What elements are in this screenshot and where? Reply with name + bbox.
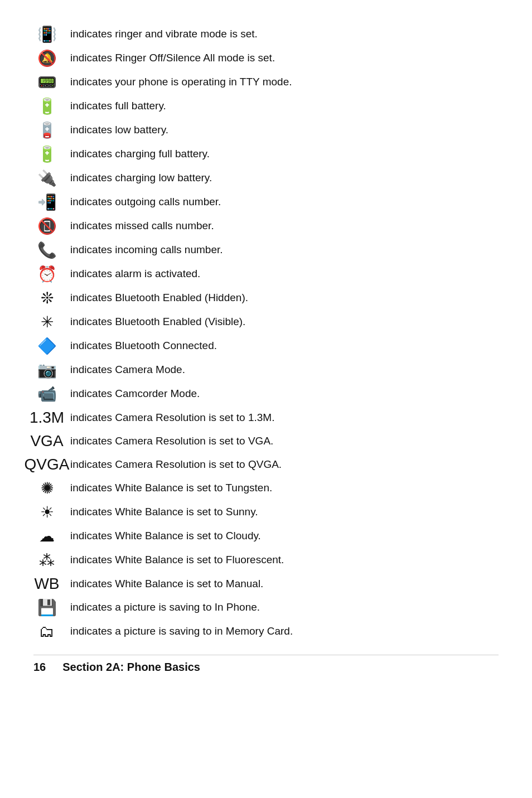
icon-full-battery: 🔋 [33,97,60,115]
icon-bt-connected: 🔷 [33,337,60,355]
list-item: ✳indicates Bluetooth Enabled (Visible). [33,310,499,334]
icon-wb-manual: WB [33,575,60,593]
text-charging-low: indicates charging low battery. [70,171,212,186]
list-item: VGAindicates Camera Resolution is set to… [33,429,499,453]
text-cam-13m: indicates Camera Resolution is set to 1.… [70,410,274,425]
text-camcorder: indicates Camcorder Mode. [70,386,200,402]
page-number: 16 [33,661,46,674]
icon-outgoing-calls: 📲 [33,193,60,211]
list-item: ⁂indicates White Balance is set to Fluor… [33,548,499,572]
text-full-battery: indicates full battery. [70,99,166,114]
list-item: ⏰indicates alarm is activated. [33,262,499,286]
list-item: 🗂indicates a picture is saving to in Mem… [33,620,499,644]
list-item: ☀indicates White Balance is set to Sunny… [33,500,499,524]
list-item: 🔌indicates charging low battery. [33,166,499,190]
text-wb-tungsten: indicates White Balance is set to Tungst… [70,481,272,496]
list-item: ☁indicates White Balance is set to Cloud… [33,524,499,548]
text-cam-vga: indicates Camera Resolution is set to VG… [70,434,273,449]
icon-save-card: 🗂 [33,622,60,641]
list-item: 📷indicates Camera Mode. [33,358,499,382]
icon-tty: 📟 [33,73,60,91]
icon-alarm: ⏰ [33,265,60,283]
list-item: WBindicates White Balance is set to Manu… [33,572,499,596]
icon-bt-visible: ✳ [33,313,60,331]
list-item: 1.3Mindicates Camera Resolution is set t… [33,406,499,429]
icon-wb-fluorescent: ⁂ [33,551,60,569]
text-wb-manual: indicates White Balance is set to Manual… [70,577,263,592]
list-item: 🔋indicates charging full battery. [33,142,499,166]
section-label: Section 2A: Phone Basics [62,661,200,674]
icon-incoming-calls: 📞 [33,241,60,259]
icon-low-battery: 🪫 [33,121,60,139]
text-camera: indicates Camera Mode. [70,362,185,378]
list-item: ✺indicates White Balance is set to Tungs… [33,476,499,500]
icon-camera: 📷 [33,361,60,379]
icon-charging-full: 🔋 [33,145,60,163]
icon-wb-sunny: ☀ [33,503,60,521]
list-item: 📹indicates Camcorder Mode. [33,382,499,406]
icon-cam-vga: VGA [33,432,60,450]
list-item: 🪫indicates low battery. [33,118,499,142]
text-outgoing-calls: indicates outgoing calls number. [70,195,221,210]
text-wb-fluorescent: indicates White Balance is set to Fluore… [70,553,284,568]
text-bt-connected: indicates Bluetooth Connected. [70,338,217,354]
text-cam-qvga: indicates Camera Resolution is set to QV… [70,457,282,472]
list-item: 📞indicates incoming calls number. [33,238,499,262]
text-wb-sunny: indicates White Balance is set to Sunny. [70,505,258,520]
list-item: 🔋indicates full battery. [33,94,499,118]
list-item: 🔕indicates Ringer Off/Silence All mode i… [33,46,499,70]
text-charging-full: indicates charging full battery. [70,147,210,162]
icon-cam-qvga: QVGA [33,456,60,473]
icon-wb-cloudy: ☁ [33,527,60,545]
text-wb-cloudy: indicates White Balance is set to Cloudy… [70,529,261,544]
icon-bt-hidden: ❊ [33,289,60,307]
text-low-battery: indicates low battery. [70,123,168,138]
icon-list: 📳indicates ringer and vibrate mode is se… [33,22,499,644]
icon-charging-low: 🔌 [33,169,60,187]
list-item: ❊indicates Bluetooth Enabled (Hidden). [33,286,499,310]
list-item: 🔷indicates Bluetooth Connected. [33,334,499,358]
list-item: QVGAindicates Camera Resolution is set t… [33,453,499,476]
text-bt-hidden: indicates Bluetooth Enabled (Hidden). [70,291,248,306]
text-save-card: indicates a picture is saving to in Memo… [70,624,293,639]
list-item: 📟indicates your phone is operating in TT… [33,70,499,94]
text-missed-calls: indicates missed calls number. [70,219,214,234]
text-incoming-calls: indicates incoming calls number. [70,243,223,258]
list-item: 💾indicates a picture is saving to In Pho… [33,596,499,620]
list-item: 📲indicates outgoing calls number. [33,190,499,214]
text-save-phone: indicates a picture is saving to In Phon… [70,600,260,615]
icon-missed-calls: 📵 [33,217,60,235]
list-item: 📳indicates ringer and vibrate mode is se… [33,22,499,46]
text-ringer-vibrate: indicates ringer and vibrate mode is set… [70,27,258,42]
page-footer: 16 Section 2A: Phone Basics [33,655,499,674]
icon-ringer-vibrate: 📳 [33,25,60,43]
list-item: 📵indicates missed calls number. [33,214,499,238]
icon-wb-tungsten: ✺ [33,479,60,497]
icon-cam-13m: 1.3M [33,409,60,427]
icon-ringer-off: 🔕 [33,49,60,67]
text-alarm: indicates alarm is activated. [70,267,200,282]
icon-camcorder: 📹 [33,385,60,403]
text-tty: indicates your phone is operating in TTY… [70,75,292,90]
icon-save-phone: 💾 [33,598,60,617]
text-bt-visible: indicates Bluetooth Enabled (Visible). [70,315,245,330]
text-ringer-off: indicates Ringer Off/Silence All mode is… [70,51,275,66]
